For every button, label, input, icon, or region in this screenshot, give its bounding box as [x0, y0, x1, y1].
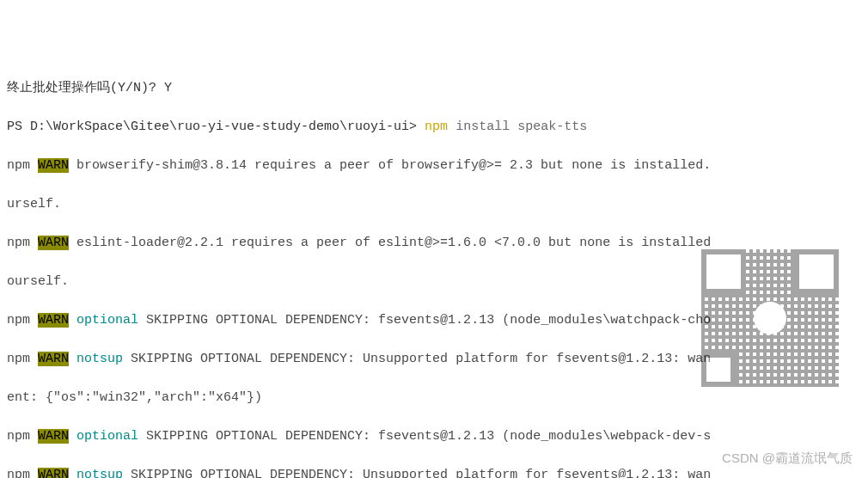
optional-tag: optional [76, 313, 138, 328]
warn-badge: WARN [38, 468, 69, 478]
optional-tag: optional [76, 429, 138, 444]
cmd-npm: npm [425, 120, 448, 134]
qr-code-icon [701, 249, 839, 387]
warn-browserify: npm WARN browserify-shim@3.8.14 requires… [7, 156, 861, 176]
notsup-tag: notsup [76, 352, 123, 366]
warn-badge: WARN [38, 313, 69, 328]
warn-optional-2: npm WARN optional SKIPPING OPTIONAL DEPE… [7, 427, 861, 447]
warn-badge: WARN [38, 352, 69, 366]
watermark: CSDN @霸道流氓气质 [722, 449, 853, 469]
notsup-tag: notsup [76, 468, 123, 478]
warn-badge: WARN [38, 158, 69, 173]
warn-notsup-2: npm WARN notsup SKIPPING OPTIONAL DEPEND… [7, 466, 861, 478]
warn-badge: WARN [38, 429, 69, 444]
warn-browserify-cont: urself. [7, 195, 861, 215]
ent-1: ent: {"os":"win32","arch":"x64"}) [7, 389, 861, 408]
warn-badge: WARN [38, 236, 69, 250]
ps-command-line[interactable]: PS D:\WorkSpace\Gitee\ruo-yi-vue-study-d… [7, 118, 861, 138]
terminate-prompt: 终止批处理操作吗(Y/N)? Y [7, 79, 861, 99]
